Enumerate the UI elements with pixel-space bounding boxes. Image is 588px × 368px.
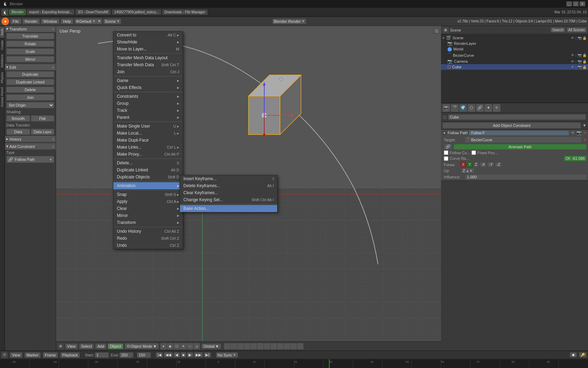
menu-constraints[interactable]: Constraints▸: [113, 93, 183, 100]
menu-make-local[interactable]: Make Local...L ▸: [113, 130, 183, 137]
skip-start-btn[interactable]: |◀: [156, 352, 163, 357]
select-menu-btn[interactable]: Select: [79, 343, 94, 349]
menu-transfer-mesh-data[interactable]: Transfer Mesh DataShift Ctrl T: [113, 61, 183, 68]
menu-transfer-mesh-layout[interactable]: Transfer Mesh Data Layout: [113, 54, 183, 61]
menu-delete[interactable]: Delete...X: [113, 159, 183, 166]
close-btn[interactable]: ✕: [580, 1, 585, 6]
timeline-icon[interactable]: ⏱: [1, 352, 8, 358]
join-btn[interactable]: Join: [6, 94, 54, 101]
outliner-scene[interactable]: ▾ 🎬 Scene 👁 ↓ 📷 🔒: [441, 35, 588, 41]
object-mode-dropdown[interactable]: ⊙Object Mode▼: [125, 343, 159, 349]
taskbar-jailbird[interactable]: 1458277909.jailbird_notcry...: [112, 9, 161, 15]
add-constraint-section-header[interactable]: ▾Add Constraint ≡: [5, 143, 56, 150]
menu-single-user[interactable]: Make Single UserU ▸: [113, 123, 183, 130]
minimize-btn[interactable]: _: [566, 1, 572, 6]
sync-dropdown[interactable]: No Sync ▼: [216, 352, 238, 358]
vp-btn4[interactable]: ✦: [180, 343, 187, 349]
menu-duplicate-objects[interactable]: Duplicate ObjectsShift D: [113, 173, 183, 180]
forward-y-btn[interactable]: Y: [467, 162, 473, 167]
object-menu-btn[interactable]: Object: [108, 343, 123, 349]
menu-help[interactable]: Help: [61, 19, 74, 24]
vp-btn2[interactable]: ◉: [167, 343, 173, 349]
stop-btn[interactable]: ■: [181, 352, 186, 357]
timeline-keying-btn[interactable]: 🔑: [579, 352, 587, 357]
props-tab-obj[interactable]: ⬡: [468, 104, 475, 112]
vp-icon6[interactable]: [257, 343, 264, 349]
end-input[interactable]: [119, 352, 133, 358]
maximize-btn[interactable]: □: [573, 1, 579, 6]
vp-btn1[interactable]: ●: [160, 343, 167, 349]
global-dropdown[interactable]: Global▼: [201, 343, 221, 349]
forward-neg-z-btn[interactable]: -Z: [495, 162, 502, 167]
constraint-expand[interactable]: ▾: [442, 131, 446, 135]
props-tab-world[interactable]: 🌍: [459, 104, 467, 112]
vtab-tools[interactable]: Tools: [0, 26, 5, 38]
scale-btn[interactable]: Scale: [6, 48, 54, 55]
blender-logo[interactable]: ●: [1, 18, 9, 25]
fixed-pos-check[interactable]: [471, 150, 476, 155]
obj-name-input[interactable]: [448, 114, 586, 120]
add-object-constraint-btn[interactable]: Add Object Constraint: [442, 122, 581, 129]
timeline-frame-btn[interactable]: Frame: [43, 352, 58, 358]
menu-join[interactable]: JoinCtrl J: [113, 68, 183, 75]
follow-path-selector[interactable]: 🔗 Follow Path ▼: [6, 156, 54, 163]
transform-section-header[interactable]: ▾Transform ≡: [5, 26, 56, 32]
scene-selector[interactable]: Scene ▼: [103, 19, 121, 24]
props-tab-render[interactable]: 📷: [442, 104, 450, 112]
vp-icon10[interactable]: [284, 343, 290, 349]
menu-game[interactable]: Game▸: [113, 77, 183, 84]
timeline-view-btn[interactable]: View: [10, 352, 22, 358]
viewport-edge-btn[interactable]: ◫: [433, 27, 440, 34]
animate-path-btn[interactable]: Animate Path: [454, 144, 587, 150]
add-menu-btn[interactable]: Add: [95, 343, 106, 349]
follow-path-type-btn[interactable]: Follow P: [469, 131, 569, 135]
up-dropdown[interactable]: Z ▲▼: [461, 168, 475, 173]
view-mode-btn[interactable]: ⊞: [57, 343, 64, 349]
forward-neg-x-btn[interactable]: -X: [479, 162, 486, 167]
play-back-btn[interactable]: ◀: [174, 352, 180, 357]
menu-redo[interactable]: RedoShift Ctrl Z: [113, 235, 183, 242]
vp-icon12[interactable]: [297, 343, 303, 349]
vp-icon9[interactable]: [277, 343, 284, 349]
menu-dupli-face[interactable]: Make Dupli-Face: [113, 137, 183, 144]
menu-mirror[interactable]: Mirror▸: [113, 212, 183, 219]
translate-btn[interactable]: Translate: [6, 33, 54, 39]
step-back-btn[interactable]: ◀◀: [164, 352, 173, 357]
vp-icon7[interactable]: [264, 343, 270, 349]
taskbar-blender[interactable]: Blender: [9, 9, 26, 15]
vtab-grease-pencil[interactable]: Grease Pencil: [0, 85, 5, 109]
vp-icon5[interactable]: [251, 343, 257, 349]
smooth-btn[interactable]: Smooth: [6, 115, 30, 122]
timeline-marker-btn[interactable]: Marker: [24, 352, 41, 358]
menu-clear[interactable]: Clear▸: [113, 205, 183, 212]
constraint-visibility[interactable]: 👁: [571, 130, 575, 135]
menu-animation[interactable]: Animation▸: [113, 182, 183, 189]
outliner-cube[interactable]: ⬡ Cube 👁 ↓ 📷 🔒: [441, 64, 588, 70]
step-fwd-btn[interactable]: ▶▶: [194, 352, 203, 357]
submenu-bake-action[interactable]: Bake Action...: [180, 205, 277, 212]
constraint-delete-btn[interactable]: ✕: [583, 130, 587, 135]
edit-section-header[interactable]: ▾Edit ≡: [5, 64, 56, 70]
timeline-ruler[interactable]: -50 -40 -30 -20 -10 0 10 20 30 40 50 60 …: [0, 359, 588, 368]
props-tab-physics[interactable]: ⚛: [493, 104, 500, 112]
menu-undo[interactable]: UndoCtrl Z: [113, 242, 183, 249]
vtab-physics[interactable]: Physics: [0, 70, 5, 85]
timeline-record-btn[interactable]: ⏺: [570, 352, 577, 357]
outliner-beziercurve[interactable]: ⌒ BezierCurve 👁 ↓ 📷 🔒: [441, 52, 588, 59]
taskbar-downloads[interactable]: Downloads - File Manager: [162, 9, 208, 15]
target-clear-btn[interactable]: ✕: [583, 137, 587, 142]
set-origin-select[interactable]: Set Origin: [6, 102, 54, 108]
vp-icon4[interactable]: [244, 343, 250, 349]
menu-render[interactable]: Render: [22, 19, 40, 24]
engine-selector[interactable]: Blender Render ▼: [272, 19, 306, 24]
vtab-relations[interactable]: Relations: [0, 52, 5, 70]
curve-radius-value[interactable]: Of: -61.086: [564, 156, 587, 161]
duplicate-btn[interactable]: Duplicate: [6, 71, 54, 77]
data-btn[interactable]: Data: [6, 129, 30, 135]
vp-icon8[interactable]: [271, 343, 277, 349]
viewport[interactable]: User Persp ◫ ⊞ View Select Add Object ⊙O…: [56, 26, 441, 350]
constraint-camera-vis[interactable]: 📷: [576, 130, 582, 135]
forward-z-btn[interactable]: Z: [473, 162, 479, 167]
data-layout-btn[interactable]: Data Layo: [31, 129, 55, 135]
history-section-header[interactable]: ▸History ≡: [5, 136, 56, 142]
